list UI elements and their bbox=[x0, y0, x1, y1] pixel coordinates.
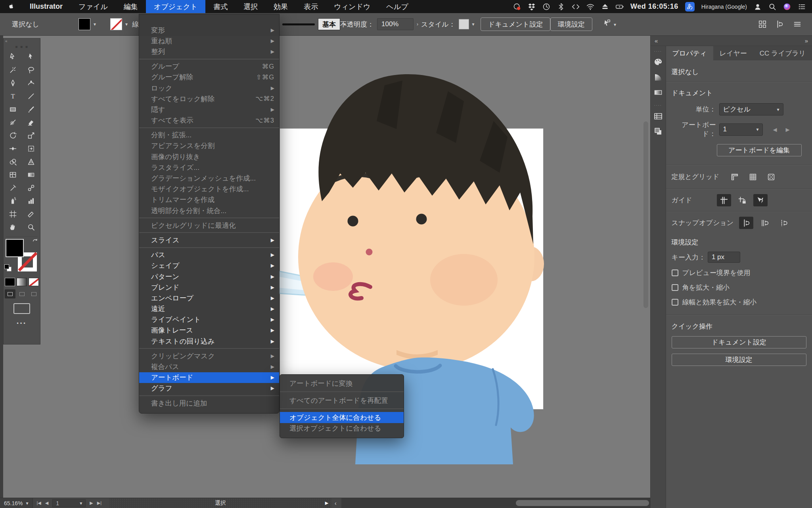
draw-behind-button[interactable] bbox=[17, 289, 27, 298]
menubar-item-window[interactable]: ウィンドウ bbox=[326, 0, 378, 13]
arrange-documents-icon[interactable] bbox=[758, 20, 767, 29]
type-tool[interactable]: T bbox=[4, 90, 22, 103]
chevron-down-icon[interactable]: ▾ bbox=[472, 21, 475, 27]
apple-menu[interactable] bbox=[0, 0, 22, 13]
fill-color-swatch[interactable] bbox=[6, 239, 24, 257]
menu-item-shape[interactable]: シェイプ▶ bbox=[139, 260, 279, 271]
artboard-tool[interactable] bbox=[4, 208, 22, 221]
tab-layers[interactable]: レイヤー bbox=[713, 46, 753, 60]
status-display[interactable]: 選択 ▶ bbox=[109, 498, 331, 508]
default-fill-stroke-icon[interactable] bbox=[4, 264, 11, 271]
search-icon[interactable] bbox=[768, 3, 776, 11]
rotate-tool[interactable] bbox=[4, 129, 22, 142]
last-artboard-icon[interactable]: ▶| bbox=[97, 500, 102, 506]
magic-wand-tool[interactable] bbox=[4, 64, 22, 77]
ime-mode-label[interactable]: Hiragana (Google) bbox=[701, 4, 747, 10]
panel-menu-icon[interactable] bbox=[793, 20, 802, 29]
chevron-down-icon[interactable]: ▾ bbox=[94, 21, 96, 27]
menubar-item-effect[interactable]: 効果 bbox=[266, 0, 296, 13]
artboard-nav-dropdown[interactable]: 1▾ bbox=[52, 499, 86, 507]
bluetooth-icon[interactable] bbox=[557, 3, 565, 11]
grid-icon[interactable] bbox=[746, 171, 760, 183]
next-artboard-icon[interactable]: ▶ bbox=[786, 127, 790, 133]
tab-properties[interactable]: プロパティ bbox=[666, 46, 713, 60]
next-artboard-icon[interactable]: ▶ bbox=[90, 500, 93, 506]
opacity-value[interactable]: 100% bbox=[377, 18, 414, 30]
checkbox-scale-corners[interactable]: 角を拡大・縮小 bbox=[672, 283, 806, 292]
menu-item-live-paint[interactable]: ライブペイント▶ bbox=[139, 314, 279, 325]
menu-item-graph[interactable]: グラフ▶ bbox=[139, 383, 279, 394]
menubar-item-select[interactable]: 選択 bbox=[236, 0, 266, 13]
menubar-item-help[interactable]: ヘルプ bbox=[378, 0, 416, 13]
scale-corners-checkbox[interactable] bbox=[672, 284, 678, 291]
ime-input-icon[interactable]: あ bbox=[685, 2, 695, 12]
slice-tool[interactable] bbox=[22, 208, 40, 221]
menu-item-path[interactable]: パス▶ bbox=[139, 250, 279, 260]
width-tool[interactable] bbox=[4, 142, 22, 155]
pen-tool[interactable] bbox=[4, 77, 22, 90]
snap-point-icon[interactable] bbox=[739, 217, 753, 229]
eject-icon[interactable] bbox=[601, 3, 609, 11]
collapse-dock-icon[interactable]: « bbox=[655, 37, 658, 44]
horizontal-scrollbar[interactable] bbox=[341, 498, 650, 508]
gradient-mode-button[interactable] bbox=[17, 278, 27, 286]
unit-dropdown[interactable]: ピクセル▾ bbox=[719, 103, 783, 115]
shape-builder-tool[interactable] bbox=[4, 155, 22, 168]
stroke-swatch[interactable] bbox=[110, 18, 122, 30]
first-artboard-icon[interactable]: |◀ bbox=[37, 500, 41, 506]
dropbox-icon[interactable] bbox=[528, 3, 536, 11]
edit-toolbar-button[interactable]: ••• bbox=[4, 320, 40, 326]
style-swatch[interactable] bbox=[459, 19, 469, 29]
preferences-button[interactable]: 環境設定 bbox=[550, 17, 592, 31]
snap-grid-icon[interactable] bbox=[758, 217, 772, 229]
menu-item-image-trace[interactable]: 画像トレース▶ bbox=[139, 325, 279, 336]
selection-tool[interactable] bbox=[4, 50, 22, 64]
tab-cc-libraries[interactable]: CC ライブラリ bbox=[753, 46, 812, 60]
direct-selection-tool[interactable] bbox=[22, 50, 40, 64]
snap-pixel-icon[interactable] bbox=[777, 217, 791, 229]
lock-guides-icon[interactable] bbox=[735, 194, 749, 206]
column-graph-tool[interactable] bbox=[22, 194, 40, 208]
show-guides-icon[interactable] bbox=[717, 194, 731, 206]
gradient-tool[interactable] bbox=[22, 168, 40, 181]
curvature-tool[interactable] bbox=[22, 77, 40, 90]
collapse-toolbar-icon[interactable]: « bbox=[4, 38, 40, 45]
quick-action-document-setup-button[interactable]: ドキュメント設定 bbox=[672, 336, 806, 348]
wifi-icon[interactable] bbox=[586, 3, 594, 11]
menu-item-perspective[interactable]: 遠近▶ bbox=[139, 304, 279, 314]
siri-icon[interactable] bbox=[783, 3, 791, 11]
scale-strokes-effects-checkbox[interactable] bbox=[672, 299, 678, 306]
key-input-field[interactable]: 1 px bbox=[708, 252, 740, 263]
symbol-sprayer-tool[interactable] bbox=[4, 194, 22, 208]
snap-options-icon[interactable] bbox=[776, 20, 784, 29]
hand-tool[interactable] bbox=[4, 221, 22, 234]
draw-inside-button[interactable] bbox=[29, 289, 39, 298]
artboards-panel-icon[interactable] bbox=[653, 109, 663, 124]
stroke-color-control[interactable]: ▾ bbox=[110, 18, 128, 30]
perspective-grid-tool[interactable] bbox=[22, 155, 40, 168]
previous-artboard-icon[interactable]: ◀ bbox=[773, 127, 777, 133]
menu-item-artboards[interactable]: アートボード▶ bbox=[139, 372, 279, 383]
transparency-grid-icon[interactable] bbox=[764, 171, 778, 183]
document-setup-button[interactable]: ドキュメント設定 bbox=[481, 17, 550, 31]
brush-style-value[interactable]: 基本 bbox=[318, 18, 340, 30]
gradient-panel-icon[interactable] bbox=[653, 85, 663, 100]
toolbar-grip[interactable]: ■ ■ ■ bbox=[4, 45, 40, 50]
menubar-item-file[interactable]: ファイル bbox=[71, 0, 116, 13]
submenu-item-fit-to-artwork-bounds[interactable]: オブジェクト全体に合わせる bbox=[280, 412, 404, 423]
screen-mirroring-icon[interactable] bbox=[513, 3, 521, 11]
menu-item-slice[interactable]: スライス▶ bbox=[139, 235, 279, 245]
blend-tool[interactable] bbox=[22, 181, 40, 194]
user-icon[interactable] bbox=[754, 3, 762, 11]
selection-tool-options[interactable]: ▾ bbox=[603, 19, 616, 29]
preview-bounds-checkbox[interactable] bbox=[672, 269, 678, 276]
status-menu-arrow-icon[interactable]: ▶ bbox=[325, 500, 328, 506]
edit-artboards-button[interactable]: アートボードを編集 bbox=[717, 144, 802, 156]
menubar-clock[interactable]: Wed 16:05:16 bbox=[630, 2, 678, 11]
zoom-tool[interactable] bbox=[22, 221, 40, 234]
draw-normal-button[interactable] bbox=[5, 289, 15, 298]
battery-icon[interactable] bbox=[616, 3, 624, 11]
ruler-icon[interactable] bbox=[728, 171, 742, 183]
horizontal-scrollbar-thumb[interactable] bbox=[516, 500, 649, 506]
quick-action-preferences-button[interactable]: 環境設定 bbox=[672, 354, 806, 366]
